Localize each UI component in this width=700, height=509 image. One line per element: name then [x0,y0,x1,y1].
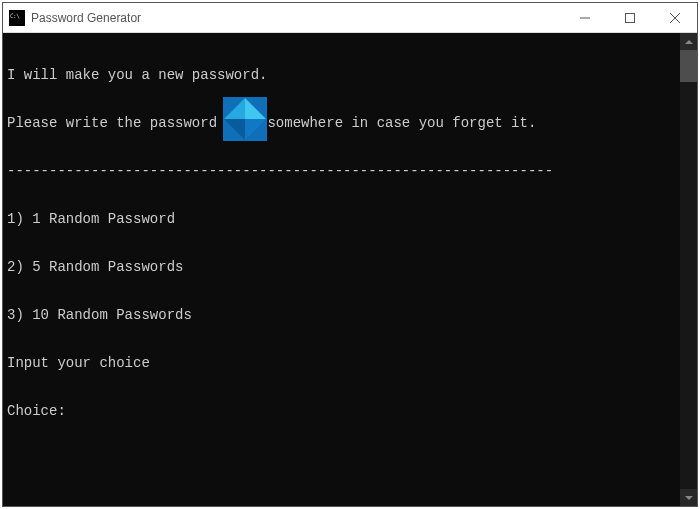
client-area: I will make you a new password. Please w… [3,33,697,506]
console-line: 2) 5 Random Passwords [7,259,676,275]
console-line: Please write the password down somewhere… [7,115,676,131]
console-line: 1) 1 Random Password [7,211,676,227]
scroll-track[interactable] [680,50,697,489]
maximize-button[interactable] [607,3,652,32]
minimize-button[interactable] [562,3,607,32]
console-line: Input your choice [7,355,676,371]
titlebar[interactable]: Password Generator [3,3,697,33]
window-title: Password Generator [31,11,562,25]
console-output[interactable]: I will make you a new password. Please w… [3,33,680,506]
svg-marker-11 [685,496,693,500]
watermark-logo-icon [223,97,267,141]
console-line: 3) 10 Random Passwords [7,307,676,323]
scroll-down-button[interactable] [680,489,697,506]
console-line: Choice: [7,403,676,419]
window-controls [562,3,697,32]
close-button[interactable] [652,3,697,32]
scroll-up-button[interactable] [680,33,697,50]
scroll-thumb[interactable] [680,50,697,82]
app-window: Password Generator I will make you a new… [2,2,698,507]
svg-rect-1 [625,13,634,22]
cmd-icon [9,10,25,26]
svg-marker-10 [685,40,693,44]
console-line: I will make you a new password. [7,67,676,83]
vertical-scrollbar[interactable] [680,33,697,506]
console-line: ----------------------------------------… [7,163,676,179]
